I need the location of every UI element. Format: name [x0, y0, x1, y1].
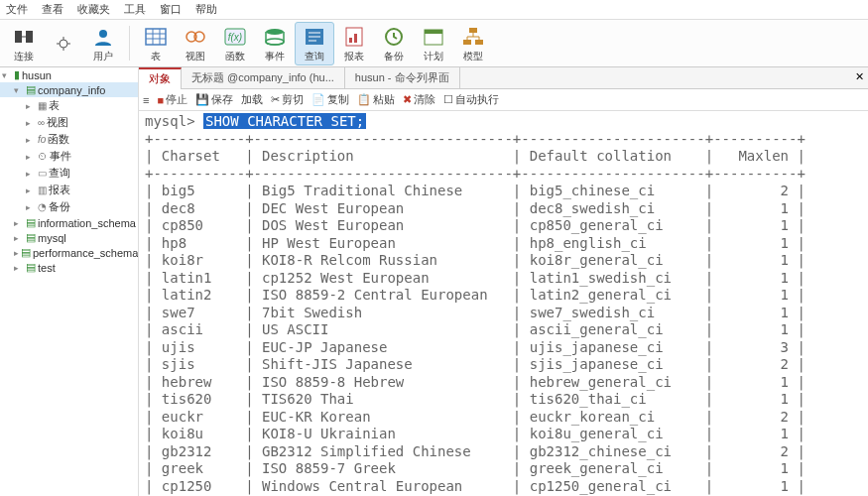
console-output[interactable]: mysql> SHOW CHARACTER SET; +-----------+… — [139, 111, 868, 496]
function-button[interactable]: f(x)函数 — [215, 22, 255, 65]
console-toolbar: ≡ ■ 停止 💾 保存 加载 ✂ 剪切 📄 复制 📋 粘贴 ✖ 清除 ☐ 自动执… — [139, 89, 868, 111]
table-button[interactable]: 表 — [136, 22, 176, 65]
query-button[interactable]: 查询 — [295, 22, 334, 65]
disclosure-icon: ▸ — [14, 233, 24, 243]
query-icon — [302, 24, 327, 50]
tab-husun - 命令列界面[interactable]: husun - 命令列界面 — [345, 67, 460, 89]
paste-button[interactable]: 📋 粘贴 — [357, 92, 395, 107]
stop-button[interactable]: ■ 停止 — [157, 92, 187, 107]
menu-窗口[interactable]: 窗口 — [160, 2, 182, 17]
disclosure-icon: ▸ — [26, 169, 36, 179]
cut-button[interactable]: ✂ 剪切 — [271, 92, 304, 107]
disclosure-icon: ▾ — [14, 85, 24, 95]
disclosure-icon: ▸ — [26, 101, 36, 111]
tree-label: 查询 — [49, 166, 70, 181]
load-button[interactable]: 加载 — [241, 92, 263, 107]
tool-label: 报表 — [344, 50, 364, 63]
tree-label: 视图 — [47, 115, 68, 130]
connect-button[interactable]: 连接 — [4, 22, 44, 65]
tool-label: 表 — [151, 50, 161, 63]
tree-node-table[interactable]: ▸▦表 — [0, 97, 138, 114]
view-button[interactable]: 视图 — [176, 22, 215, 65]
tree-db-test[interactable]: ▸▤test — [0, 260, 138, 275]
menu-icon[interactable]: ≡ — [143, 94, 149, 106]
backup-icon — [381, 24, 407, 50]
table-icon — [143, 24, 169, 50]
tree-db-company_info[interactable]: ▾▤company_info — [0, 82, 138, 97]
user-button[interactable]: 用户 — [83, 22, 123, 65]
database-icon: ▤ — [26, 231, 36, 244]
tree-node-event[interactable]: ▸⏲事件 — [0, 148, 138, 165]
backup-icon: ◔ — [38, 201, 47, 212]
tree-node-backup[interactable]: ▸◔备份 — [0, 198, 138, 215]
model-icon — [460, 24, 486, 50]
svg-rect-27 — [463, 40, 471, 45]
query-icon: ▭ — [38, 168, 47, 179]
tree-db-performance_schema[interactable]: ▸▤performance_schema — [0, 245, 138, 260]
connect-icon — [11, 24, 37, 50]
tab-无标题 @company_info (hu...[interactable]: 无标题 @company_info (hu... — [182, 67, 345, 89]
tree-label: 报表 — [49, 183, 70, 197]
svg-point-15 — [266, 39, 284, 45]
main-toolbar: 连接用户表视图f(x)函数事件查询报表备份计划模型 — [0, 20, 868, 67]
clear-button[interactable]: ✖ 清除 — [403, 92, 435, 107]
tool-label: 模型 — [463, 50, 483, 63]
disclosure-icon: ▸ — [26, 202, 36, 212]
report-icon — [341, 24, 367, 50]
tree-label: 函数 — [48, 132, 69, 147]
database-icon: ▤ — [21, 246, 31, 259]
tree-db-information_schema[interactable]: ▸▤information_schema — [0, 215, 138, 230]
disclosure-icon: ▸ — [26, 135, 36, 145]
tree-connection[interactable]: ▾▮husun — [0, 67, 138, 82]
disclosure-icon: ▸ — [26, 152, 36, 162]
tree-node-report[interactable]: ▸▥报表 — [0, 182, 138, 198]
menu-文件[interactable]: 文件 — [6, 2, 28, 17]
menu-查看[interactable]: 查看 — [42, 2, 63, 17]
svg-point-4 — [99, 30, 107, 38]
disclosure-icon: ▸ — [26, 118, 36, 128]
model-button[interactable]: 模型 — [453, 22, 493, 65]
svg-rect-28 — [475, 40, 483, 45]
menu-收藏夹[interactable]: 收藏夹 — [77, 2, 110, 17]
tool-label: 事件 — [265, 50, 285, 63]
svg-rect-26 — [469, 28, 477, 33]
tree-node-fx[interactable]: ▸fo函数 — [0, 131, 138, 148]
report-icon: ▥ — [38, 185, 47, 195]
tree-db-mysql[interactable]: ▸▤mysql — [0, 230, 138, 245]
view-icon — [183, 24, 208, 50]
event-icon — [262, 24, 288, 50]
sql-command: SHOW CHARACTER SET; — [203, 113, 366, 129]
new-query-button[interactable] — [44, 22, 83, 65]
server-icon: ▮ — [14, 68, 20, 81]
table-icon: ▦ — [38, 100, 47, 111]
tool-label: 函数 — [225, 50, 245, 63]
tree-node-view[interactable]: ▸∞视图 — [0, 114, 138, 131]
svg-rect-0 — [15, 31, 22, 43]
backup-button[interactable]: 备份 — [374, 22, 414, 65]
copy-button[interactable]: 📄 复制 — [311, 92, 349, 107]
function-icon: f(x) — [222, 24, 248, 50]
tree-label: 表 — [49, 98, 60, 113]
svg-text:f(x): f(x) — [228, 32, 242, 43]
fx-icon: fo — [38, 134, 46, 145]
menu-工具[interactable]: 工具 — [124, 2, 146, 17]
autorun-toggle[interactable]: ☐ 自动执行 — [443, 92, 499, 107]
tab-close-button[interactable]: ✕ — [855, 70, 864, 83]
svg-rect-1 — [26, 31, 33, 43]
svg-rect-21 — [349, 38, 352, 43]
tree-node-query[interactable]: ▸▭查询 — [0, 165, 138, 182]
tree-label: company_info — [38, 84, 106, 96]
report-button[interactable]: 报表 — [334, 22, 374, 65]
tree-label: information_schema — [38, 217, 136, 229]
database-icon: ▤ — [26, 83, 36, 96]
menubar: 文件查看收藏夹工具窗口帮助 — [0, 0, 868, 20]
event-icon: ⏲ — [38, 151, 48, 162]
svg-rect-25 — [425, 30, 442, 34]
save-button[interactable]: 💾 保存 — [195, 92, 233, 107]
event-button[interactable]: 事件 — [255, 22, 295, 65]
schedule-button[interactable]: 计划 — [414, 22, 453, 65]
tool-label: 计划 — [424, 50, 443, 63]
menu-帮助[interactable]: 帮助 — [195, 2, 217, 17]
tab-对象[interactable]: 对象 — [139, 67, 182, 89]
svg-rect-5 — [146, 29, 166, 45]
